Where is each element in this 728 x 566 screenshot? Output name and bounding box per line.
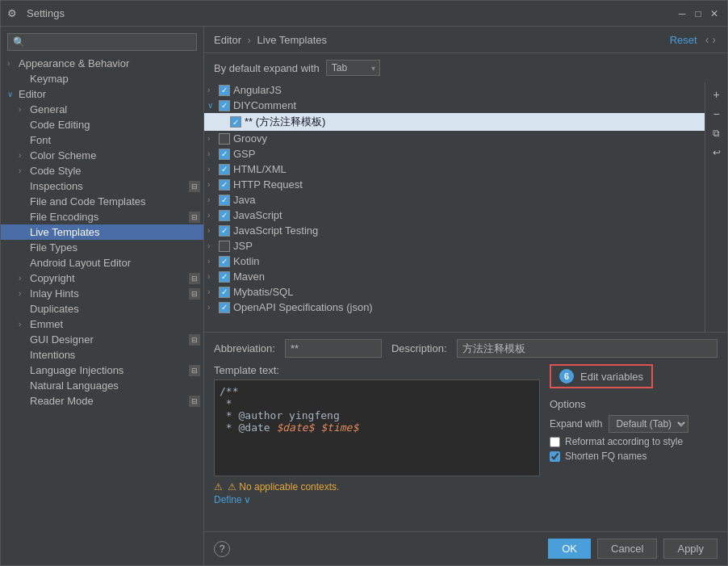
right-options-container: Template text: /** * * @author yingfeng … [214, 364, 718, 525]
group-checkbox[interactable]: ✓ [219, 195, 230, 206]
group-name: JavaScript Testing [233, 224, 318, 237]
sidebar-item-label: Code Style [30, 165, 200, 177]
remove-template-button[interactable]: − [708, 105, 726, 123]
sidebar-item-code-editing[interactable]: Code Editing [1, 117, 203, 132]
group-checkbox[interactable]: ✓ [219, 100, 230, 111]
search-input[interactable] [7, 33, 197, 51]
sidebar-item-font[interactable]: Font [1, 132, 203, 148]
template-group-maven[interactable]: › ✓ Maven [204, 269, 705, 284]
template-group-kotlin[interactable]: › ✓ Kotlin [204, 254, 705, 269]
expand-with-select-wrap: Default (Tab) Tab Enter Space [609, 415, 688, 433]
sidebar-item-appearance[interactable]: › Appearance & Behavior [1, 56, 203, 71]
template-group-html-xml[interactable]: › ✓ HTML/XML [204, 161, 705, 177]
copy-template-button[interactable]: ⧉ [708, 124, 726, 142]
sidebar-item-live-templates[interactable]: Live Templates [1, 224, 203, 240]
reset-button[interactable]: Reset [670, 34, 697, 46]
expand-with-select[interactable]: Default (Tab) Tab Enter Space [609, 415, 688, 433]
shorten-fq-checkbox[interactable] [550, 451, 560, 462]
template-group-http-request[interactable]: › ✓ HTTP Request [204, 177, 705, 192]
sidebar-item-color-scheme[interactable]: › Color Scheme [1, 148, 203, 163]
apply-button[interactable]: Apply [663, 539, 718, 559]
sidebar-item-inspections[interactable]: Inspections ⊟ [1, 178, 203, 194]
cancel-button[interactable]: Cancel [597, 539, 657, 559]
edit-variables-button[interactable]: 6 Edit variables [550, 364, 653, 388]
template-group-groovy[interactable]: › Groovy [204, 131, 705, 146]
restore-template-button[interactable]: ↩ [708, 144, 726, 161]
sidebar-item-editor[interactable]: ∨ Editor [1, 86, 203, 102]
sidebar-item-reader-mode[interactable]: Reader Mode ⊟ [1, 393, 203, 409]
nav-forward-button[interactable]: › [710, 33, 718, 46]
template-list: › ✓ AngularJS ∨ ✓ DIYComment ✓ ** (方法 [204, 82, 705, 333]
main-content: › Appearance & Behavior Keymap ∨ Editor … [1, 27, 727, 565]
template-group-diycomment[interactable]: ∨ ✓ DIYComment [204, 98, 705, 113]
sidebar-item-emmet[interactable]: › Emmet [1, 317, 203, 332]
template-text-editor[interactable]: /** * * @author yingfeng * @date $date$ … [214, 379, 540, 476]
group-checkbox[interactable]: ✓ [219, 287, 230, 298]
template-group-angularjs[interactable]: › ✓ AngularJS [204, 82, 705, 98]
search-container [7, 33, 197, 51]
reformat-checkbox[interactable] [550, 437, 560, 447]
sidebar-item-file-types[interactable]: File Types [1, 240, 203, 255]
expand-select[interactable]: Tab Enter Space [326, 60, 380, 76]
sidebar-item-duplicates[interactable]: Duplicates [1, 301, 203, 317]
sidebar-item-label: Copyright [30, 272, 189, 284]
template-group-java[interactable]: › ✓ Java [204, 192, 705, 208]
sidebar-item-label: Natural Languages [30, 379, 200, 392]
group-checkbox[interactable]: ✓ [219, 179, 230, 191]
sidebar-item-label: Inlay Hints [30, 287, 189, 300]
edit-vars-badge: 6 [559, 369, 574, 384]
reformat-row: Reformat according to style [550, 436, 718, 447]
ok-button[interactable]: OK [548, 539, 591, 559]
description-input[interactable] [457, 339, 718, 358]
sidebar-item-natural-languages[interactable]: Natural Languages [1, 378, 203, 393]
group-checkbox[interactable] [219, 133, 230, 145]
check-icon: ✓ [232, 118, 239, 127]
define-link[interactable]: Define ∨ [214, 494, 540, 505]
abbreviation-input[interactable] [285, 339, 382, 358]
template-group-gsp[interactable]: › ✓ GSP [204, 146, 705, 161]
template-item-method[interactable]: ✓ ** (方法注释模板) [204, 113, 705, 131]
desc-label: Description: [391, 342, 447, 354]
sidebar-item-intentions[interactable]: Intentions [1, 347, 203, 363]
code-line: * [220, 397, 534, 409]
variable-date: $date$ [276, 421, 314, 434]
template-group-openapi[interactable]: › ✓ OpenAPI Specifications (json) [204, 300, 705, 315]
group-checkbox[interactable]: ✓ [219, 149, 230, 160]
maximize-button[interactable]: □ [692, 7, 705, 20]
sidebar: › Appearance & Behavior Keymap ∨ Editor … [1, 27, 204, 565]
help-button[interactable]: ? [214, 541, 230, 557]
template-group-javascript-testing[interactable]: › ✓ JavaScript Testing [204, 223, 705, 238]
sidebar-item-file-code-templates[interactable]: File and Code Templates [1, 194, 203, 209]
group-checkbox[interactable]: ✓ [219, 85, 230, 96]
sidebar-item-inlay-hints[interactable]: › Inlay Hints ⊟ [1, 286, 203, 301]
sidebar-item-keymap[interactable]: Keymap [1, 71, 203, 86]
sidebar-item-code-style[interactable]: › Code Style [1, 163, 203, 178]
footer-left: ? [214, 541, 542, 557]
sidebar-item-android-layout-editor[interactable]: Android Layout Editor [1, 255, 203, 270]
nav-back-button[interactable]: ‹ [704, 33, 711, 46]
variable-time: $time$ [320, 421, 358, 434]
template-group-jsp[interactable]: › JSP [204, 238, 705, 254]
sidebar-item-general[interactable]: › General [1, 102, 203, 117]
expand-arrow-icon: › [207, 195, 219, 204]
group-checkbox[interactable]: ✓ [219, 225, 230, 237]
group-checkbox[interactable]: ✓ [219, 302, 230, 313]
close-button[interactable]: ✕ [708, 7, 721, 20]
sidebar-item-gui-designer[interactable]: GUI Designer ⊟ [1, 332, 203, 347]
sidebar-item-language-injections[interactable]: Language Injections ⊟ [1, 363, 203, 378]
minimize-button[interactable]: ─ [676, 7, 688, 20]
item-checkbox[interactable]: ✓ [230, 116, 241, 128]
group-checkbox[interactable]: ✓ [219, 271, 230, 283]
group-checkbox[interactable]: ✓ [219, 210, 230, 221]
template-group-mybatis[interactable]: › ✓ Mybatis/SQL [204, 284, 705, 300]
add-template-button[interactable]: + [708, 86, 726, 103]
template-group-javascript[interactable]: › ✓ JavaScript [204, 208, 705, 223]
group-checkbox[interactable]: ✓ [219, 164, 230, 175]
sidebar-item-copyright[interactable]: › Copyright ⊟ [1, 270, 203, 286]
group-name: JSP [233, 240, 253, 252]
group-checkbox[interactable] [219, 241, 230, 252]
check-icon: ✓ [221, 226, 228, 235]
group-checkbox[interactable]: ✓ [219, 256, 230, 267]
sidebar-item-file-encodings[interactable]: File Encodings ⊟ [1, 209, 203, 224]
expand-with-label: Expand with [550, 418, 602, 430]
